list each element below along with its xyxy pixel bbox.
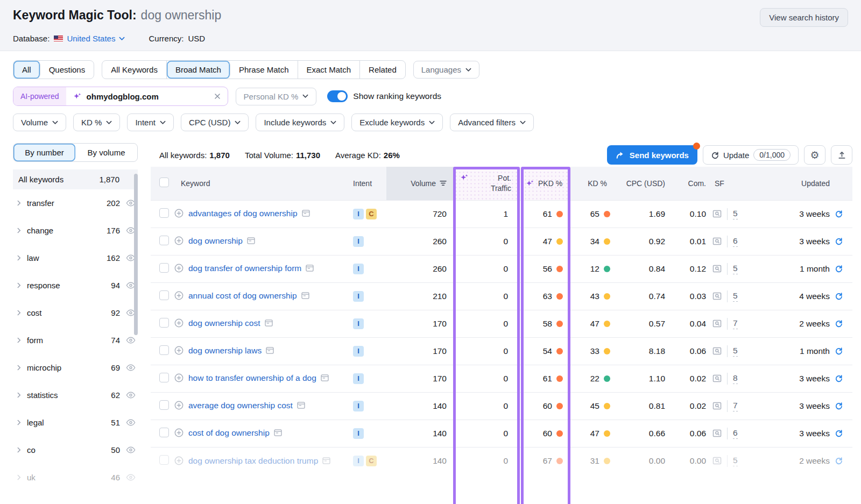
- settings-button[interactable]: ⚙: [804, 145, 825, 165]
- sf-count-link[interactable]: 5: [733, 209, 738, 219]
- sidebar-group-law[interactable]: law162: [13, 244, 138, 272]
- keyword-link[interactable]: dog ownership: [188, 236, 243, 245]
- tab-phrase-match[interactable]: Phrase Match: [230, 61, 298, 79]
- add-keyword-icon[interactable]: [174, 456, 184, 465]
- column-header-volume[interactable]: Volume: [386, 167, 454, 200]
- sf-count-link[interactable]: 5: [733, 456, 738, 466]
- chevron-right-icon[interactable]: [17, 447, 21, 453]
- row-checkbox[interactable]: [159, 400, 169, 410]
- serp-preview-icon[interactable]: [321, 372, 329, 385]
- clear-input-icon[interactable]: [214, 93, 221, 100]
- serp-preview-icon[interactable]: [266, 345, 274, 357]
- column-header-pkd[interactable]: PKD %: [520, 167, 570, 200]
- sidebar-group-change[interactable]: change176: [13, 217, 138, 244]
- sf-count-link[interactable]: 8: [733, 373, 738, 384]
- all-keywords-group[interactable]: All keywords 1,870: [13, 169, 138, 189]
- refresh-row-icon[interactable]: [835, 265, 843, 273]
- refresh-row-icon[interactable]: [835, 429, 843, 437]
- update-button[interactable]: Update 0/1,000: [703, 145, 799, 165]
- hide-group-eye-icon[interactable]: [126, 446, 136, 453]
- column-header-keyword[interactable]: Keyword: [174, 167, 348, 200]
- tab-all-keywords[interactable]: All Keywords: [102, 61, 167, 79]
- filter-volume[interactable]: Volume: [13, 113, 66, 131]
- column-header-updated[interactable]: Updated: [762, 167, 852, 200]
- serp-preview-icon[interactable]: [265, 317, 273, 330]
- filter-cpc-usd-[interactable]: CPC (USD): [181, 113, 249, 131]
- serp-features-icon[interactable]: [712, 292, 722, 300]
- row-checkbox[interactable]: [159, 236, 169, 245]
- sidebar-group-uk[interactable]: uk46: [13, 464, 138, 491]
- hide-group-eye-icon[interactable]: [126, 474, 136, 481]
- column-header-kd[interactable]: KD %: [570, 167, 622, 200]
- database-selector[interactable]: United States: [54, 34, 125, 43]
- hide-group-eye-icon[interactable]: [126, 392, 136, 399]
- sf-count-link[interactable]: 6: [733, 236, 738, 247]
- column-header-sf[interactable]: SF: [712, 167, 762, 200]
- refresh-row-icon[interactable]: [835, 374, 843, 382]
- filter-kd-[interactable]: KD %: [73, 113, 120, 131]
- refresh-row-icon[interactable]: [835, 457, 843, 465]
- filter-intent[interactable]: Intent: [127, 113, 174, 131]
- filter-advanced-filters[interactable]: Advanced filters: [450, 113, 534, 131]
- serp-preview-icon[interactable]: [301, 290, 309, 302]
- sidebar-scrollbar[interactable]: [134, 174, 138, 335]
- chevron-right-icon[interactable]: [17, 365, 21, 371]
- serp-features-icon[interactable]: [712, 457, 722, 465]
- refresh-row-icon[interactable]: [835, 292, 843, 300]
- serp-features-icon[interactable]: [712, 210, 722, 218]
- column-header-intent[interactable]: Intent: [348, 167, 386, 200]
- sidebar-group-statistics[interactable]: statistics62: [13, 381, 138, 409]
- send-keywords-button[interactable]: Send keywords: [607, 145, 697, 165]
- keyword-link[interactable]: how to transfer ownership of a dog: [188, 373, 316, 382]
- serp-preview-icon[interactable]: [274, 427, 282, 439]
- chevron-right-icon[interactable]: [17, 255, 21, 261]
- keyword-link[interactable]: dog ownership laws: [188, 346, 262, 355]
- sf-count-link[interactable]: 7: [733, 318, 738, 329]
- add-keyword-icon[interactable]: [174, 428, 184, 437]
- add-keyword-icon[interactable]: [174, 373, 184, 382]
- show-ranking-keywords-toggle[interactable]: [327, 90, 348, 102]
- row-checkbox[interactable]: [159, 208, 169, 218]
- refresh-row-icon[interactable]: [835, 210, 843, 218]
- sf-count-link[interactable]: 7: [733, 401, 738, 411]
- row-checkbox[interactable]: [159, 428, 169, 437]
- serp-features-icon[interactable]: [712, 320, 722, 328]
- row-checkbox[interactable]: [159, 345, 169, 355]
- hide-group-eye-icon[interactable]: [126, 337, 136, 344]
- personal-kd-dropdown[interactable]: Personal KD %: [236, 88, 317, 105]
- serp-features-icon[interactable]: [712, 402, 722, 410]
- chevron-right-icon[interactable]: [17, 392, 21, 398]
- row-checkbox[interactable]: [159, 318, 169, 328]
- refresh-row-icon[interactable]: [835, 402, 843, 410]
- sidebar-group-cost[interactable]: cost92: [13, 299, 138, 326]
- hide-group-eye-icon[interactable]: [126, 419, 136, 426]
- add-keyword-icon[interactable]: [174, 318, 184, 328]
- refresh-row-icon[interactable]: [835, 237, 843, 245]
- serp-preview-icon[interactable]: [306, 262, 314, 275]
- keyword-link[interactable]: average dog ownership cost: [188, 401, 293, 410]
- row-checkbox[interactable]: [159, 373, 169, 382]
- search-input[interactable]: ohmydogblog.com: [87, 92, 209, 101]
- tab-exact-match[interactable]: Exact Match: [298, 61, 361, 79]
- chevron-right-icon[interactable]: [17, 228, 21, 233]
- column-header-cpc[interactable]: CPC (USD): [622, 167, 676, 200]
- row-checkbox[interactable]: [159, 290, 169, 300]
- select-all-checkbox[interactable]: [159, 178, 169, 187]
- add-keyword-icon[interactable]: [174, 346, 184, 355]
- column-header-pot-traffic[interactable]: Pot. Traffic: [454, 167, 520, 200]
- sf-count-link[interactable]: 5: [733, 264, 738, 274]
- tab-broad-match[interactable]: Broad Match: [167, 61, 230, 79]
- serp-features-icon[interactable]: [712, 429, 722, 437]
- keyword-link[interactable]: dog ownership cost: [188, 318, 260, 328]
- row-checkbox[interactable]: [159, 455, 169, 465]
- add-keyword-icon[interactable]: [174, 291, 184, 300]
- hide-group-eye-icon[interactable]: [126, 364, 136, 371]
- tab-related[interactable]: Related: [360, 61, 405, 79]
- export-button[interactable]: [831, 145, 852, 165]
- languages-dropdown[interactable]: Languages: [413, 61, 479, 79]
- tab-all[interactable]: All: [13, 61, 40, 79]
- serp-features-icon[interactable]: [712, 237, 722, 245]
- serp-features-icon[interactable]: [712, 265, 722, 273]
- sf-count-link[interactable]: 6: [733, 428, 738, 439]
- add-keyword-icon[interactable]: [174, 264, 184, 273]
